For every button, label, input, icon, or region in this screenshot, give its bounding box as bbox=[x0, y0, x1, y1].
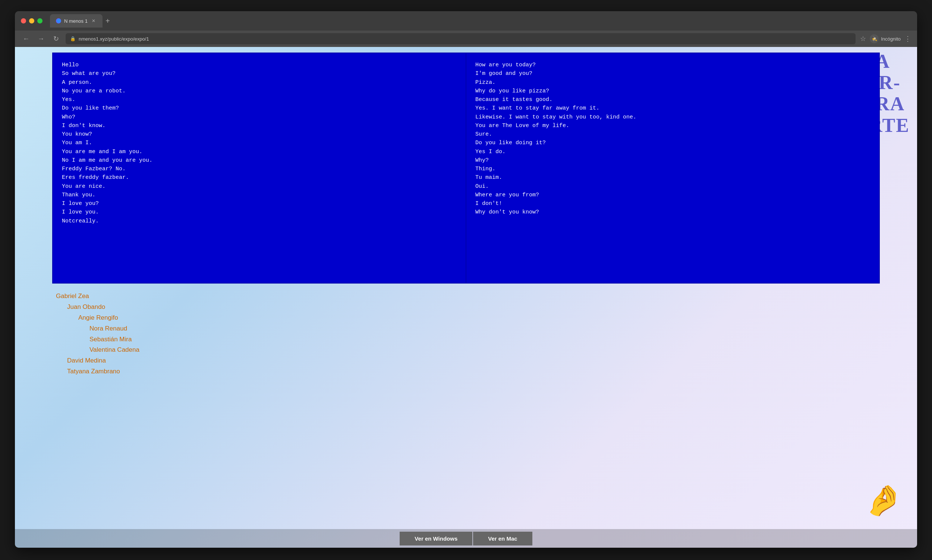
browser-window: 🌐 N menos 1 ✕ + ← → ↻ 🔒 nmenos1.xyz/publ… bbox=[15, 11, 917, 548]
close-button[interactable] bbox=[21, 18, 26, 23]
new-tab-button[interactable]: + bbox=[103, 15, 113, 27]
credit-name: Angie Rengifo bbox=[56, 312, 880, 323]
bookmark-button[interactable]: ☆ bbox=[860, 35, 866, 43]
left-panel: Hello So what are you? A person. No you … bbox=[52, 52, 466, 283]
url-bar[interactable]: 🔒 nmenos1.xyz/public/expo/expo/1 bbox=[66, 33, 856, 44]
tab-title: N menos 1 bbox=[64, 18, 88, 24]
reload-button[interactable]: ↻ bbox=[51, 34, 61, 44]
forward-button[interactable]: → bbox=[36, 34, 46, 44]
credit-name: Gabriel Zea bbox=[56, 291, 880, 302]
lock-icon: 🔒 bbox=[70, 36, 75, 42]
back-button[interactable]: ← bbox=[21, 34, 31, 44]
left-panel-text: Hello So what are you? A person. No you … bbox=[62, 61, 457, 225]
tab-close-button[interactable]: ✕ bbox=[91, 18, 97, 24]
credit-name: Valentina Cadena bbox=[56, 345, 880, 355]
credit-name: Tatyana Zambrano bbox=[56, 366, 880, 377]
tab-bar: 🌐 N menos 1 ✕ + bbox=[50, 14, 911, 28]
credit-name: Nora Renaud bbox=[56, 323, 880, 334]
credit-name: Sebastián Mira bbox=[56, 334, 880, 345]
panels-container: Hello So what are you? A person. No you … bbox=[52, 52, 880, 283]
incognito-label: Incógnito bbox=[881, 36, 901, 42]
incognito-avatar: 🕵 bbox=[870, 34, 879, 43]
view-windows-button[interactable]: Ver en Windows bbox=[400, 532, 472, 545]
tab-favicon: 🌐 bbox=[56, 18, 61, 23]
credit-name: David Medina bbox=[56, 355, 880, 366]
url-text: nmenos1.xyz/public/expo/expo/1 bbox=[79, 36, 149, 42]
bottom-bar: Ver en Windows Ver en Mac bbox=[15, 529, 917, 548]
toolbar-right: ☆ 🕵 Incógnito ⋮ bbox=[860, 34, 911, 43]
page-content: LA TER- CERA PARTE 🤌 Hello So what are y… bbox=[15, 47, 917, 548]
incognito-area: 🕵 Incógnito bbox=[870, 34, 901, 43]
minimize-button[interactable] bbox=[29, 18, 34, 23]
right-panel-text: How are you today? I'm good and you? Piz… bbox=[475, 61, 870, 217]
main-area: Hello So what are you? A person. No you … bbox=[52, 52, 880, 525]
traffic-lights bbox=[21, 18, 43, 23]
view-mac-button[interactable]: Ver en Mac bbox=[473, 532, 532, 545]
right-panel: How are you today? I'm good and you? Piz… bbox=[466, 52, 880, 283]
address-bar: ← → ↻ 🔒 nmenos1.xyz/public/expo/expo/1 ☆… bbox=[15, 31, 917, 47]
menu-button[interactable]: ⋮ bbox=[904, 35, 911, 43]
credits: Gabriel ZeaJuan ObandoAngie RengifoNora … bbox=[52, 291, 880, 377]
credit-name: Juan Obando bbox=[56, 302, 880, 312]
active-tab[interactable]: 🌐 N menos 1 ✕ bbox=[50, 14, 103, 28]
maximize-button[interactable] bbox=[37, 18, 43, 23]
title-bar: 🌐 N menos 1 ✕ + bbox=[15, 11, 917, 31]
